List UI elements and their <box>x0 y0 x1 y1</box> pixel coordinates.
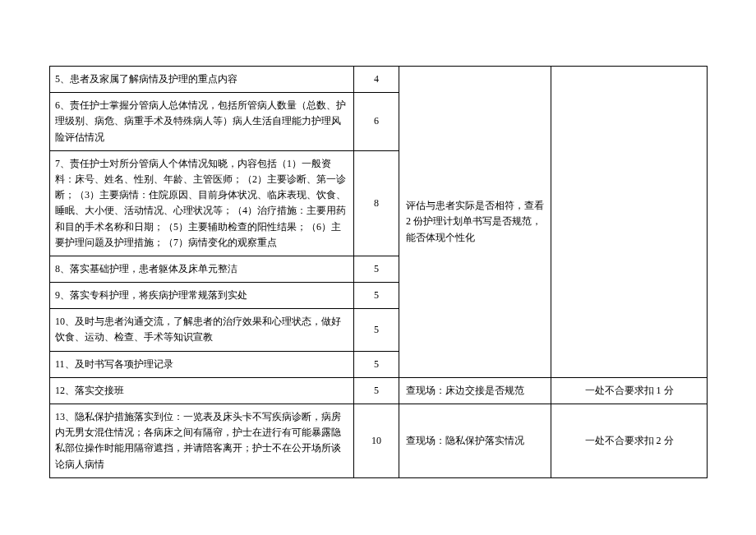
cell-score: 5 <box>354 377 399 404</box>
cell-item: 8、落实基础护理，患者躯体及床单元整洁 <box>50 256 354 282</box>
cell-method: 查现场：隐私保护落实情况 <box>399 404 551 478</box>
cell-score: 8 <box>354 150 399 256</box>
cell-deduct: 一处不合要求扣 1 分 <box>551 377 708 404</box>
cell-score: 4 <box>354 67 399 93</box>
table-row: 12、落实交接班 5 查现场：床边交接是否规范 一处不合要求扣 1 分 <box>50 377 708 404</box>
table-row: 13、隐私保护措施落实到位：一览表及床头卡不写疾病诊断，病房内无男女混住情况；各… <box>50 404 708 478</box>
document-page: 5、患者及家属了解病情及护理的重点内容 4 评估与患者实际是否相符，查看 2 份… <box>0 0 756 535</box>
cell-item: 5、患者及家属了解病情及护理的重点内容 <box>50 67 354 93</box>
cell-score: 10 <box>354 404 399 478</box>
cell-item: 11、及时书写各项护理记录 <box>50 351 354 377</box>
cell-deduct: 一处不合要求扣 2 分 <box>551 404 708 478</box>
evaluation-table: 5、患者及家属了解病情及护理的重点内容 4 评估与患者实际是否相符，查看 2 份… <box>49 66 708 478</box>
cell-score: 6 <box>354 93 399 151</box>
cell-item: 9、落实专科护理，将疾病护理常规落到实处 <box>50 283 354 309</box>
cell-item: 13、隐私保护措施落实到位：一览表及床头卡不写疾病诊断，病房内无男女混住情况；各… <box>50 404 354 478</box>
cell-score: 5 <box>354 351 399 377</box>
table-row: 5、患者及家属了解病情及护理的重点内容 4 评估与患者实际是否相符，查看 2 份… <box>50 67 708 93</box>
cell-method: 查现场：床边交接是否规范 <box>399 377 551 404</box>
cell-deduct-merged <box>551 67 708 378</box>
cell-item: 6、责任护士掌握分管病人总体情况，包括所管病人数量（总数、护理级别、病危、病重手… <box>50 93 354 151</box>
cell-score: 5 <box>354 283 399 309</box>
cell-score: 5 <box>354 309 399 351</box>
cell-item: 12、落实交接班 <box>50 377 354 404</box>
cell-method-merged: 评估与患者实际是否相符，查看 2 份护理计划单书写是否规范，能否体现个性化 <box>399 67 551 378</box>
cell-score: 5 <box>354 256 399 282</box>
cell-item: 10、及时与患者沟通交流，了解患者的治疗效果和心理状态，做好饮食、运动、检查、手… <box>50 309 354 351</box>
cell-item: 7、责任护士对所分管病人个体情况知晓，内容包括（1）一般资料：床号、姓名、性别、… <box>50 150 354 256</box>
